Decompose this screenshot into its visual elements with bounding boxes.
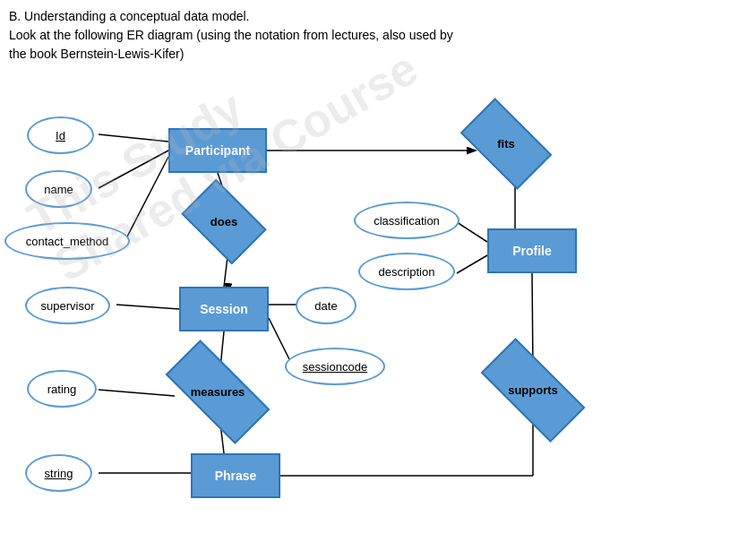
svg-line-7 [116,305,179,309]
header-text: B. Understanding a conceptual data model… [9,7,453,64]
svg-line-1 [99,151,168,188]
attr-date: date [296,287,357,324]
diamond-fits: fits [466,119,546,168]
diamond-supports: supports [484,366,582,415]
attr-rating: rating [27,370,97,408]
entity-session: Session [179,287,269,331]
attr-id: Id [27,116,94,154]
diamond-does: does [188,197,260,246]
entity-participant: Participant [168,128,267,173]
entity-profile: Profile [487,228,577,273]
attr-description: description [358,253,455,290]
attr-name: name [25,170,92,208]
header-line3: the book Bernstein-Lewis-Kifer) [9,45,453,64]
svg-line-0 [99,134,168,142]
header-line1: B. Understanding a conceptual data model… [9,7,453,26]
attr-string: string [25,454,92,492]
diamond-measures: measures [168,367,267,417]
attr-contact-method: contact_method [4,222,130,260]
svg-line-16 [457,222,487,242]
svg-line-17 [457,255,487,273]
entity-phrase: Phrase [191,453,280,498]
header-line2: Look at the following ER diagram (using … [9,26,453,45]
svg-line-2 [125,157,168,240]
attr-supervisor: supervisor [25,287,110,324]
svg-line-9 [269,318,291,363]
attr-classification: classification [354,202,460,239]
svg-line-12 [99,390,175,396]
diagram-container: B. Understanding a conceptual data model… [0,0,756,542]
attr-sessioncode: sessioncode [285,348,385,385]
